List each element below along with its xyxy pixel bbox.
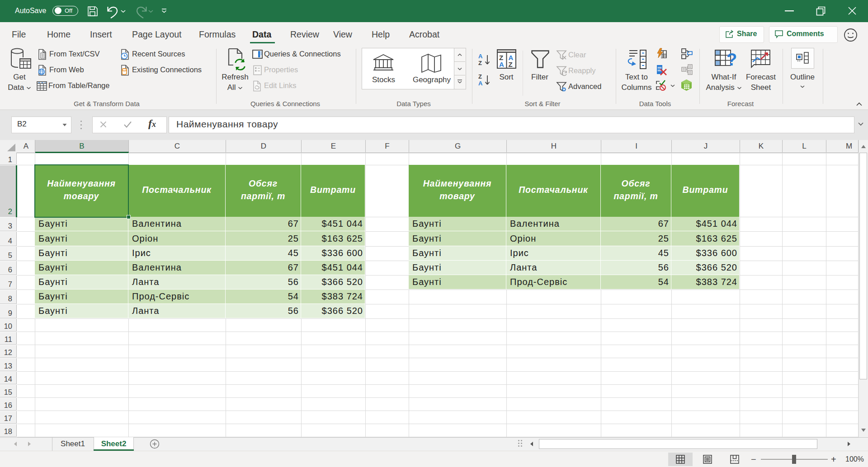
svg-text:Z: Z: [509, 61, 513, 68]
svg-text:Z: Z: [478, 60, 482, 66]
svg-text:A: A: [478, 53, 483, 60]
svg-text:A: A: [499, 61, 504, 68]
svg-text:?: ?: [726, 50, 737, 69]
